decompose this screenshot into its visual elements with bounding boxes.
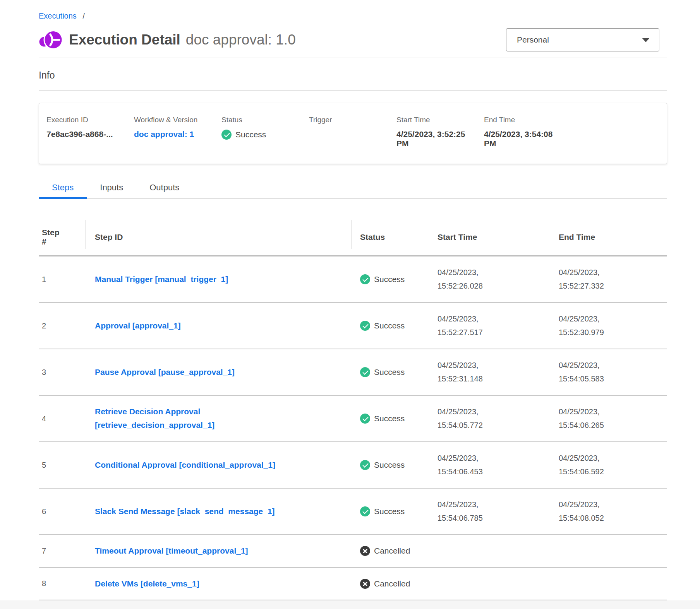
step-id-link[interactable]: Timeout Approval [timeout_approval_1]	[95, 544, 248, 558]
status-label: Success	[374, 507, 405, 516]
step-number: 5	[39, 461, 86, 470]
execution-id-value: 7e8ac396-a868-...	[46, 130, 134, 139]
info-label: Execution ID	[46, 116, 134, 124]
step-start-time: 04/25/2023, 15:52:26.028	[430, 266, 550, 293]
table-row: 5 Conditional Approval [conditional_appr…	[39, 442, 667, 489]
breadcrumb-separator: /	[82, 12, 85, 20]
step-status: Success	[352, 274, 430, 284]
table-row: 1 Manual Trigger [manual_trigger_1] Succ…	[39, 256, 667, 303]
info-divider	[39, 90, 667, 91]
end-time-value: 4/25/2023, 3:54:08 PM	[484, 130, 571, 148]
step-start-time: 04/25/2023, 15:52:27.517	[430, 312, 550, 339]
step-id-link[interactable]: Manual Trigger [manual_trigger_1]	[95, 273, 228, 286]
step-end-time: 04/25/2023, 15:54:08.052	[550, 498, 667, 525]
table-row: 6 Slack Send Message [slack_send_message…	[39, 489, 667, 535]
success-icon	[360, 506, 370, 516]
step-number: 4	[39, 414, 86, 423]
table-row: 4 Retrieve Decision Approval [retrieve_d…	[39, 396, 667, 442]
step-id-link[interactable]: Retrieve Decision Approval [retrieve_dec…	[95, 405, 214, 432]
info-field-start-time: Start Time 4/25/2023, 3:52:25 PM	[396, 116, 484, 148]
page-header: Execution Detail doc approval: 1.0 Perso…	[39, 28, 667, 51]
step-status: Success	[352, 506, 430, 516]
step-number: 2	[39, 321, 86, 330]
steps-table-body: 1 Manual Trigger [manual_trigger_1] Succ…	[39, 256, 667, 600]
step-id-link[interactable]: Approval [approval_1]	[95, 319, 181, 333]
info-label: Trigger	[309, 116, 396, 124]
chevron-down-icon	[642, 38, 650, 42]
step-id-link[interactable]: Slack Send Message [slack_send_message_1…	[95, 505, 275, 518]
success-icon	[360, 414, 370, 424]
info-field-execution-id: Execution ID 7e8ac396-a868-...	[46, 116, 134, 148]
page-bottom-strip	[0, 600, 700, 609]
status-label: Cancelled	[374, 579, 410, 588]
execution-detail-page: Executions / Execution Detail doc approv…	[39, 0, 667, 600]
step-number: 3	[39, 368, 86, 377]
step-status: Success	[352, 321, 430, 331]
success-icon	[221, 130, 232, 140]
table-row: 8 Delete VMs [delete_vms_1] Cancelled	[39, 568, 667, 601]
info-label: End Time	[484, 116, 571, 124]
step-number: 8	[39, 579, 86, 588]
status-label: Success	[374, 275, 405, 284]
start-time-value: 4/25/2023, 3:52:25 PM	[396, 130, 484, 148]
info-field-workflow-version: Workflow & Version doc approval: 1	[134, 116, 221, 148]
info-card: Execution ID 7e8ac396-a868-... Workflow …	[39, 103, 667, 164]
scope-selector-dropdown[interactable]: Personal	[506, 28, 659, 51]
success-icon	[360, 460, 370, 470]
step-start-time: 04/25/2023, 15:52:31.148	[430, 359, 550, 386]
scope-selector-value: Personal	[517, 35, 549, 44]
cancelled-icon	[360, 546, 370, 556]
breadcrumb: Executions /	[39, 0, 667, 21]
step-status: Cancelled	[352, 546, 430, 556]
success-icon	[360, 367, 370, 377]
success-icon	[360, 321, 370, 331]
step-end-time: 04/25/2023, 15:52:30.979	[550, 312, 667, 339]
status-label: Success	[374, 321, 405, 330]
info-label: Start Time	[396, 116, 484, 124]
step-id-link[interactable]: Delete VMs [delete_vms_1]	[95, 577, 199, 591]
info-field-trigger: Trigger	[309, 116, 396, 148]
step-id-link[interactable]: Conditional Approval [conditional_approv…	[95, 458, 275, 472]
column-header-status: Status	[352, 219, 430, 255]
step-status: Cancelled	[352, 579, 430, 589]
execution-status-value: Success	[235, 130, 266, 139]
workflow-logo-icon	[39, 29, 63, 51]
status-label: Success	[374, 414, 405, 423]
breadcrumb-executions-link[interactable]: Executions	[39, 12, 77, 20]
table-row: 2 Approval [approval_1] Success 04/25/20…	[39, 303, 667, 349]
info-label: Status	[221, 116, 309, 124]
step-start-time: 04/25/2023, 15:54:05.772	[430, 405, 550, 432]
step-number: 6	[39, 507, 86, 516]
column-header-step-number: Step #	[39, 219, 86, 255]
column-header-end-time: End Time	[550, 219, 667, 255]
page-title: Execution Detail	[69, 32, 180, 48]
column-header-start-time: Start Time	[430, 219, 550, 255]
step-status: Success	[352, 460, 430, 470]
status-label: Success	[374, 460, 405, 470]
cancelled-icon	[360, 579, 370, 589]
step-id-link[interactable]: Pause Approval [pause_approval_1]	[95, 366, 235, 379]
status-label: Success	[374, 368, 405, 377]
tab-inputs[interactable]: Inputs	[87, 183, 136, 198]
table-row: 7 Timeout Approval [timeout_approval_1] …	[39, 535, 667, 568]
step-end-time: 04/25/2023, 15:52:27.332	[550, 266, 667, 293]
tab-steps[interactable]: Steps	[39, 183, 87, 198]
step-end-time: 04/25/2023, 15:54:05.583	[550, 359, 667, 386]
step-end-time: 04/25/2023, 15:54:06.265	[550, 405, 667, 432]
step-end-time: 04/25/2023, 15:54:06.592	[550, 451, 667, 479]
step-status: Success	[352, 367, 430, 377]
step-number: 7	[39, 547, 86, 556]
steps-table-header: Step # Step ID Status Start Time End Tim…	[39, 219, 667, 256]
info-section-title: Info	[39, 70, 667, 81]
detail-tabs: Steps Inputs Outputs	[39, 183, 667, 199]
workflow-version-link[interactable]: doc approval: 1	[134, 130, 194, 138]
tab-outputs[interactable]: Outputs	[136, 183, 192, 198]
page-subtitle: doc approval: 1.0	[186, 32, 296, 48]
header-divider	[39, 58, 667, 58]
column-header-step-id: Step ID	[86, 219, 352, 255]
table-row: 3 Pause Approval [pause_approval_1] Succ…	[39, 349, 667, 396]
info-field-status: Status Success	[221, 116, 309, 148]
info-field-end-time: End Time 4/25/2023, 3:54:08 PM	[484, 116, 571, 148]
info-label: Workflow & Version	[134, 116, 221, 124]
step-status: Success	[352, 414, 430, 424]
